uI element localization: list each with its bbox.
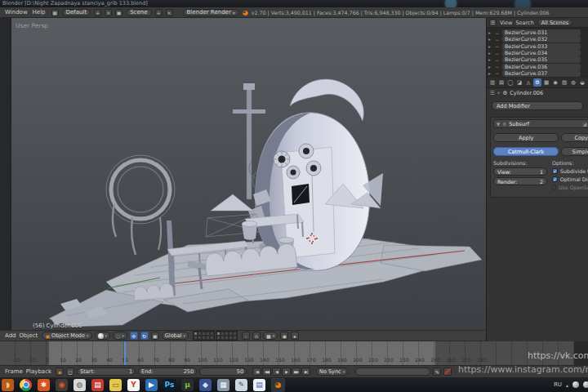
- menu-help[interactable]: Help: [30, 9, 48, 16]
- layout-delete-button[interactable]: ×: [105, 9, 112, 16]
- outliner-item[interactable]: ▸~BezierCurve.037· ·: [488, 70, 586, 77]
- outliner-item[interactable]: ▸~BezierCurve.034· ·: [488, 50, 586, 56]
- layers-group-1[interactable]: [193, 331, 215, 341]
- transport-button-2[interactable]: ◀: [272, 368, 281, 376]
- render-subdivisions-field[interactable]: Render: 2: [493, 177, 547, 185]
- taskbar-icon-app-blue-dark[interactable]: ◆: [199, 379, 212, 391]
- layers-widget[interactable]: [193, 331, 238, 341]
- tray-icon-2[interactable]: [583, 381, 588, 388]
- subdivision-type-simple[interactable]: Simple: [561, 147, 588, 156]
- modifier-header[interactable]: ▼ ⚙ Subsurf ◪ ◉ ×: [493, 119, 588, 128]
- manipulator-scale-button[interactable]: ▣: [151, 332, 159, 340]
- manipulator-translate-button[interactable]: ✛: [130, 332, 138, 340]
- lock-icon[interactable]: ◦: [242, 332, 250, 340]
- option-optimal-display[interactable]: ✓Optimal Display: [552, 176, 588, 183]
- taskbar-icon-app-grey[interactable]: ◍: [74, 379, 86, 391]
- layer-dot-19[interactable]: [233, 336, 237, 340]
- copy-button[interactable]: Copy: [561, 133, 588, 142]
- taskbar-icon-photo-viewer[interactable]: ▦: [217, 379, 229, 391]
- menu-playback[interactable]: Playback: [24, 368, 53, 375]
- mode-select[interactable]: ▣ Object Mode ▾: [42, 332, 91, 340]
- properties-tab-5-modifiers[interactable]: ⚙: [533, 78, 541, 87]
- scene-add-button[interactable]: +: [155, 9, 163, 16]
- playhead[interactable]: [124, 341, 126, 365]
- properties-tab-4[interactable]: ◬: [524, 78, 532, 87]
- tray-icon-1[interactable]: [572, 381, 579, 388]
- taskbar-icon-utorrent[interactable]: µ: [181, 379, 194, 391]
- transport-button-5[interactable]: ▶|: [301, 368, 310, 376]
- outliner-view-menu[interactable]: View: [500, 20, 512, 26]
- outliner-search-menu[interactable]: Search: [515, 20, 533, 26]
- taskbar-icon-document-red[interactable]: ▤: [91, 379, 104, 391]
- end-frame-field[interactable]: End: 250: [138, 368, 197, 376]
- render-animation-icon[interactable]: ▸: [291, 332, 299, 340]
- transport-button-0[interactable]: |◀: [252, 368, 261, 376]
- apply-button[interactable]: Apply: [493, 133, 559, 142]
- menu-object[interactable]: Object: [18, 332, 40, 339]
- properties-tab-2[interactable]: ◯: [506, 78, 514, 87]
- outliner-item[interactable]: ▸~BezierCurve.033· ·: [488, 43, 586, 50]
- render-opengl-icon[interactable]: ◉: [280, 332, 288, 340]
- properties-tab-0[interactable]: ▥: [488, 78, 497, 87]
- menu-window[interactable]: Window: [2, 9, 30, 16]
- subdivision-type-catmull[interactable]: Catmull-Clark: [493, 147, 559, 156]
- current-frame-field[interactable]: 50: [199, 368, 247, 376]
- scene-delete-button[interactable]: ×: [166, 9, 173, 16]
- collapse-icon[interactable]: ▼: [497, 122, 500, 127]
- editor-icon[interactable]: ☰: [490, 90, 495, 96]
- transport-button-4[interactable]: ▶▶: [292, 368, 301, 376]
- layer-dot-9[interactable]: [210, 336, 214, 340]
- outliner-item[interactable]: ▸~BezierCurve.036· ·: [488, 63, 586, 69]
- tray-expand-icon[interactable]: ▴: [566, 382, 568, 388]
- screen-layout-select[interactable]: Default: [62, 9, 91, 16]
- frame-lock-icon[interactable]: ◻: [66, 368, 74, 376]
- delete-keyframe-icon[interactable]: [443, 368, 452, 376]
- layers-group-2[interactable]: [216, 331, 238, 341]
- properties-tab-3[interactable]: ◪: [515, 78, 523, 87]
- editor-type-icon[interactable]: ▦: [51, 9, 59, 16]
- outliner-item[interactable]: ▸~BezierCurve.032· ·: [488, 36, 586, 42]
- taskbar-icon-explorer-folder[interactable]: ▭: [109, 379, 122, 391]
- properties-tab-8[interactable]: ▨: [560, 78, 568, 87]
- outliner-item[interactable]: ▸~BezierCurve.031· ·: [488, 29, 586, 36]
- add-modifier-dropdown[interactable]: Add Modifier: [492, 101, 583, 110]
- timeline-ruler[interactable]: -20-100102030405060708090100110120130140…: [0, 341, 574, 365]
- render-engine-select[interactable]: Blender Render ▾: [183, 9, 239, 16]
- pivot-select[interactable]: ◌▾: [113, 332, 127, 340]
- menu-add[interactable]: Add: [3, 332, 18, 339]
- transport-button-1[interactable]: ◀◀: [262, 368, 271, 376]
- keying-set-field[interactable]: [355, 368, 430, 376]
- modifier-render-toggle[interactable]: ◪: [582, 122, 586, 127]
- properties-tab-1[interactable]: ▤: [497, 78, 506, 87]
- taskbar-icon-blender[interactable]: ◕: [272, 379, 284, 391]
- menu-frame[interactable]: Frame: [3, 368, 24, 375]
- properties-tab-6[interactable]: ▦: [542, 78, 550, 87]
- preview-range-icon[interactable]: ▪: [56, 368, 64, 376]
- layout-add-button[interactable]: +: [94, 9, 101, 16]
- manipulator-rotate-button[interactable]: ↻: [140, 332, 149, 340]
- outliner-display-filter[interactable]: All Scenes: [537, 19, 572, 26]
- outliner-editor-icon[interactable]: ☰: [489, 19, 497, 26]
- view-subdivisions-field[interactable]: View: 1: [493, 167, 547, 176]
- 3d-scene[interactable]: [11, 18, 486, 330]
- taskbar-icon-media-reel[interactable]: ✱: [38, 379, 50, 391]
- snap-element-select[interactable]: ▦▾: [263, 332, 278, 340]
- taskbar-icon-chrome[interactable]: [20, 379, 32, 391]
- scene-select[interactable]: Scene: [126, 9, 151, 16]
- properties-tab-9[interactable]: ◍: [569, 78, 577, 87]
- taskbar-icon-yandex-browser[interactable]: Y: [127, 379, 140, 391]
- taskbar-icon-app-edge-cut[interactable]: ◗: [2, 379, 14, 391]
- start-frame-field[interactable]: Start: 1: [77, 368, 136, 376]
- viewport-3d[interactable]: User Persp: [11, 18, 486, 330]
- outliner-item[interactable]: ▸~BezierCurve.035· ·: [488, 56, 586, 63]
- shading-select[interactable]: ▾: [95, 332, 111, 340]
- taskbar-icon-notepad[interactable]: ▤: [253, 379, 265, 391]
- orientation-select[interactable]: Global ▾: [162, 332, 189, 340]
- option-use-opensubdiv[interactable]: Use OpenSubdiv: [552, 184, 588, 191]
- pin-icon[interactable]: ⌖: [497, 90, 501, 96]
- transport-button-3[interactable]: ▶: [282, 368, 291, 376]
- insert-keyframe-icon[interactable]: ✎: [433, 368, 441, 376]
- option-subdivide-uvs[interactable]: ✓Subdivide UVs: [552, 167, 588, 175]
- properties-tab-7[interactable]: ◉: [551, 78, 559, 87]
- properties-tab-10[interactable]: ◒: [578, 78, 586, 87]
